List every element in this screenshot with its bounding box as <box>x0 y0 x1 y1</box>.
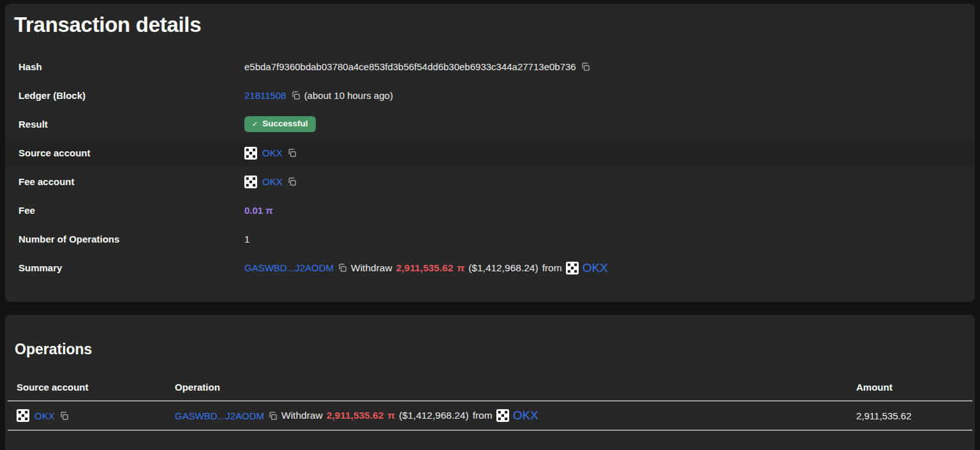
hash-label: Hash <box>19 61 244 72</box>
copy-operation-account-button[interactable] <box>268 411 278 421</box>
counterparty-link[interactable]: OKX <box>583 261 608 275</box>
row-summary: Summary GASWBD...J2AODM Withdraw 2,911,5… <box>5 253 975 282</box>
copy-operation-account-button[interactable] <box>338 263 347 273</box>
operation-summary: GASWBD...J2AODM Withdraw 2,911,535.62 π … <box>175 409 538 423</box>
account-identicon-icon <box>17 409 29 422</box>
check-icon: ✓ <box>252 120 258 128</box>
copy-icon <box>291 91 301 100</box>
result-label: Result <box>19 119 244 130</box>
operation-source-link[interactable]: OKX <box>34 410 55 421</box>
ledger-link[interactable]: 21811508 <box>244 90 286 101</box>
row-source-account: Source account OKX <box>5 139 975 167</box>
copy-icon <box>581 62 590 71</box>
status-badge-label: Successful <box>262 119 308 129</box>
ledger-time: (about 10 hours ago) <box>304 90 393 101</box>
header-amount: Amount <box>856 382 972 393</box>
operation-account-link[interactable]: GASWBD...J2AODM <box>244 262 334 273</box>
row-result: Result ✓ Successful <box>5 110 975 139</box>
copy-icon <box>287 177 297 186</box>
row-fee-account: Fee account OKX <box>5 167 975 196</box>
copy-fee-account-button[interactable] <box>287 177 297 186</box>
operation-usd-value: ($1,412,968.24) <box>399 410 468 421</box>
row-fee: Fee 0.01 π <box>5 196 975 225</box>
row-operations-count: Number of Operations 1 <box>5 225 975 253</box>
operation-currency: π <box>387 410 395 421</box>
operations-table: Source account Operation Amount OKX GASW… <box>8 373 972 431</box>
operation-usd-value: ($1,412,968.24) <box>468 262 538 274</box>
transaction-details-card: Transaction details Hash e5bda7f9360bdab… <box>5 4 975 302</box>
operation-account-link[interactable]: GASWBD...J2AODM <box>175 410 264 421</box>
operations-count-label: Number of Operations <box>19 234 244 244</box>
copy-icon <box>59 411 69 421</box>
copy-icon <box>287 148 297 158</box>
ledger-label: Ledger (Block) <box>19 90 244 101</box>
header-operation: Operation <box>175 382 856 393</box>
copy-icon <box>268 411 278 421</box>
operation-from-text: from <box>542 262 562 274</box>
fee-account-link[interactable]: OKX <box>262 176 283 187</box>
row-ledger: Ledger (Block) 21811508 (about 10 hours … <box>5 81 975 110</box>
source-account-link[interactable]: OKX <box>262 147 283 158</box>
operations-count-value: 1 <box>244 234 249 244</box>
operation-action: Withdraw <box>351 262 392 274</box>
copy-ledger-button[interactable] <box>291 91 301 100</box>
operation-description-cell: GASWBD...J2AODM Withdraw 2,911,535.62 π … <box>175 409 856 423</box>
operation-from-text: from <box>473 410 493 421</box>
operation-amount: 2,911,535.62 <box>327 410 384 421</box>
header-source-account: Source account <box>8 382 175 393</box>
hash-value: e5bda7f9360bdab03780a4ce853fd3b56f54dd6b… <box>244 61 576 72</box>
page: Transaction details Hash e5bda7f9360bdab… <box>0 4 980 450</box>
summary-label: Summary <box>19 262 244 273</box>
fee-value: 0.01 π <box>244 205 273 216</box>
operation-currency: π <box>457 262 464 274</box>
operation-amount-cell: 2,911,535.62 <box>856 410 972 421</box>
row-hash: Hash e5bda7f9360bdab03780a4ce853fd3b56f5… <box>5 52 975 81</box>
operation-summary: GASWBD...J2AODM Withdraw 2,911,535.62 π … <box>244 261 608 275</box>
operations-table-header: Source account Operation Amount <box>8 373 972 401</box>
transaction-detail-rows: Hash e5bda7f9360bdab03780a4ce853fd3b56f5… <box>5 52 975 282</box>
operations-card: Operations Source account Operation Amou… <box>5 315 975 450</box>
page-title: Transaction details <box>14 13 975 37</box>
counterparty-link[interactable]: OKX <box>513 409 538 423</box>
operations-title: Operations <box>15 340 975 358</box>
operation-action: Withdraw <box>281 410 323 421</box>
fee-label: Fee <box>19 205 244 216</box>
status-badge: ✓ Successful <box>244 116 316 132</box>
source-account-label: Source account <box>19 147 244 158</box>
fee-account-label: Fee account <box>19 176 244 187</box>
copy-icon <box>338 263 347 273</box>
copy-hash-button[interactable] <box>581 62 590 71</box>
operation-amount: 2,911,535.62 <box>396 262 454 274</box>
copy-operation-source-button[interactable] <box>59 411 69 421</box>
copy-source-account-button[interactable] <box>287 148 297 158</box>
operation-source-cell: OKX <box>8 409 175 422</box>
account-identicon-icon <box>244 176 257 188</box>
account-identicon-icon <box>566 262 579 274</box>
account-identicon-icon <box>496 409 509 422</box>
operation-table-row: OKX GASWBD...J2AODM Withdraw 2,911,535.6… <box>8 401 972 431</box>
account-identicon-icon <box>244 147 257 160</box>
